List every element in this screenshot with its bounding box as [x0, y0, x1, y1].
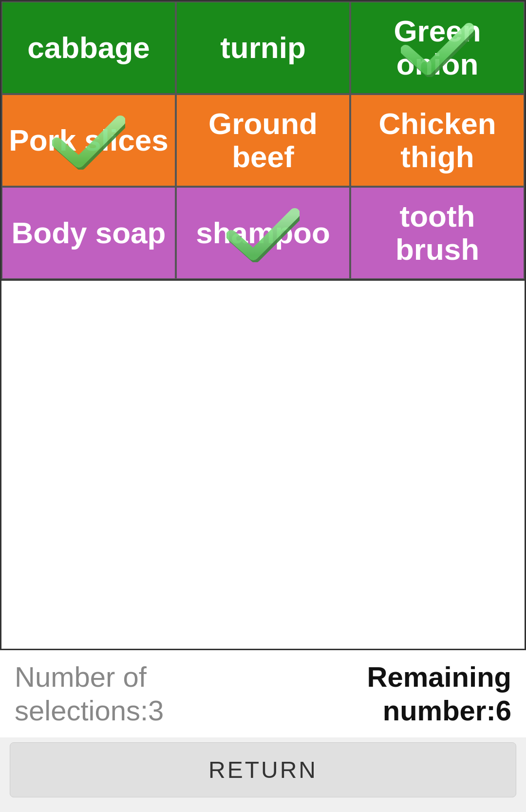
cell-tooth-brush[interactable]: toothbrush	[350, 187, 525, 279]
grid-container: cabbage turnip Greenonion	[0, 0, 526, 281]
empty-area	[0, 281, 526, 650]
return-btn-container: RETURN	[0, 737, 526, 812]
cell-label-ground-beef: Groundbeef	[208, 107, 318, 174]
cell-label-shampoo: shampoo	[196, 216, 330, 250]
cell-label-chicken-thigh: Chickenthigh	[378, 107, 496, 174]
remaining-stat: Remainingnumber:6	[367, 660, 512, 728]
cell-cabbage[interactable]: cabbage	[1, 1, 176, 94]
cell-label-tooth-brush: toothbrush	[395, 200, 479, 266]
grid-row-1: cabbage turnip Greenonion	[1, 1, 525, 94]
cell-label-cabbage: cabbage	[27, 31, 150, 64]
grid-row-2: Pork slices Groundbeef Chickenthigh	[1, 94, 525, 187]
grid-row-3: Body soap shampoo toothbrush	[1, 187, 525, 279]
cell-green-onion[interactable]: Greenonion	[350, 1, 525, 94]
bottom-stats: Number ofselections:3 Remainingnumber:6	[0, 650, 526, 737]
cell-pork-slices[interactable]: Pork slices	[1, 94, 176, 187]
cell-chicken-thigh[interactable]: Chickenthigh	[350, 94, 525, 187]
cell-body-soap[interactable]: Body soap	[1, 187, 176, 279]
cell-label-green-onion: Greenonion	[394, 15, 481, 81]
return-button[interactable]: RETURN	[10, 742, 516, 797]
cell-label-turnip: turnip	[220, 31, 306, 64]
selections-stat: Number ofselections:3	[15, 660, 164, 728]
cell-turnip[interactable]: turnip	[176, 1, 350, 94]
cell-label-pork-slices: Pork slices	[9, 124, 168, 157]
cell-shampoo[interactable]: shampoo	[176, 187, 350, 279]
cell-label-body-soap: Body soap	[12, 216, 166, 250]
cell-ground-beef[interactable]: Groundbeef	[176, 94, 350, 187]
